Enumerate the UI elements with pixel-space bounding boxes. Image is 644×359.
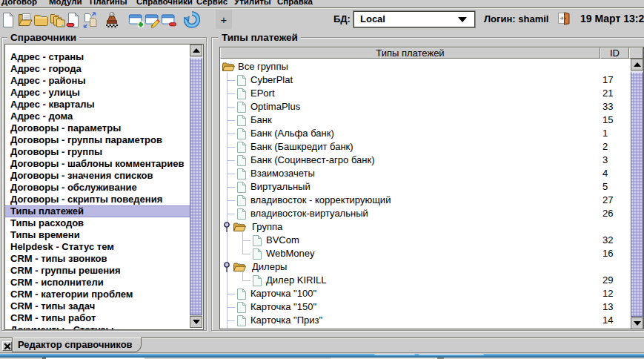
directory-item[interactable]: Адрес - районы bbox=[5, 75, 190, 87]
directory-item[interactable]: Договоры - группы параметров bbox=[5, 134, 190, 146]
new-document-icon[interactable] bbox=[0, 10, 16, 30]
document-icon bbox=[237, 87, 250, 100]
directory-item[interactable]: Адрес - улицы bbox=[5, 87, 190, 99]
refresh-icon[interactable] bbox=[184, 10, 200, 30]
directory-item[interactable]: Адрес - дома bbox=[5, 111, 190, 122]
directory-item[interactable]: CRM - типы звонков bbox=[5, 253, 190, 265]
tree-row-id: 32 bbox=[602, 234, 613, 247]
tree-row[interactable]: Карточка "Приз"14 bbox=[220, 314, 630, 327]
directory-item[interactable]: CRM - исполнители bbox=[5, 277, 190, 289]
tree-row[interactable]: Банк15 bbox=[220, 113, 630, 127]
directory-item[interactable]: Договоры - обслуживание bbox=[5, 182, 190, 194]
db-select[interactable]: Local bbox=[353, 11, 475, 27]
directory-item[interactable]: Helpdesk - Статус тем bbox=[5, 241, 190, 253]
add-tab-button[interactable]: + bbox=[216, 10, 232, 29]
directory-item[interactable]: CRM - типы работ bbox=[5, 312, 190, 324]
directory-item[interactable]: Договоры - параметры bbox=[5, 122, 190, 134]
directory-item[interactable]: Договоры - скрипты поведения bbox=[5, 194, 190, 205]
document-icon bbox=[237, 127, 250, 140]
edit-window-icon[interactable] bbox=[145, 10, 161, 30]
tree-row[interactable]: Банк (Социнвест-агро банк)3 bbox=[220, 154, 630, 167]
folder-icon[interactable] bbox=[33, 10, 49, 30]
close-tab-button[interactable] bbox=[2, 341, 12, 351]
tree-row[interactable] bbox=[220, 327, 630, 329]
tree-row-label: Карточка "150" bbox=[250, 300, 316, 314]
menu-item-3[interactable]: Плагины bbox=[90, 0, 127, 6]
logout-door-icon[interactable] bbox=[557, 11, 571, 26]
directory-item[interactable]: Адрес - кварталы bbox=[5, 99, 190, 111]
tree-expand-handle[interactable] bbox=[223, 327, 230, 329]
tree-row[interactable]: Банк (Альфа банк)1 bbox=[220, 127, 630, 140]
directory-item[interactable]: CRM - группы решения bbox=[5, 265, 190, 277]
directory-item[interactable]: Типы расходов bbox=[5, 217, 190, 229]
document-icon bbox=[237, 314, 250, 327]
tree-row[interactable]: WebMoney16 bbox=[220, 247, 630, 260]
tree-row-id: 21 bbox=[602, 87, 613, 100]
directory-item[interactable]: CRM - категории проблем bbox=[5, 289, 190, 300]
folder-icon bbox=[233, 327, 246, 329]
directory-item[interactable]: CRM - типы задач bbox=[5, 300, 190, 312]
list-scrollbar[interactable] bbox=[190, 45, 202, 328]
left-panel-title: Справочники bbox=[7, 32, 79, 43]
tree-scrollbar[interactable] bbox=[631, 59, 643, 329]
directory-item[interactable]: Адрес - города bbox=[5, 63, 190, 75]
menu-item-4[interactable]: Справочники bbox=[136, 0, 193, 6]
document-icon bbox=[237, 194, 250, 207]
directory-item[interactable]: Адрес - страны bbox=[5, 51, 190, 63]
remove-window-icon[interactable] bbox=[161, 10, 177, 30]
tree-row[interactable]: BVCom32 bbox=[220, 234, 630, 247]
directory-item[interactable]: Договоры - шаблоны комментариев bbox=[5, 158, 190, 170]
tree-row[interactable]: EPort21 bbox=[220, 87, 630, 100]
delete-document-icon[interactable] bbox=[65, 10, 82, 30]
directory-item[interactable]: Документы - Статусы bbox=[5, 324, 190, 330]
add-window-icon[interactable] bbox=[128, 10, 145, 30]
scrollbar-thumb[interactable] bbox=[631, 71, 643, 317]
directory-item[interactable]: Договоры - группы bbox=[5, 146, 190, 158]
tree-row[interactable]: Виртуальный5 bbox=[220, 180, 630, 194]
menu-item-6[interactable]: Утилиты bbox=[234, 0, 271, 6]
tree-expand-handle[interactable] bbox=[223, 220, 230, 232]
menu-item-1[interactable]: Договор bbox=[1, 0, 37, 6]
tree-row-label: Карточка "Приз" bbox=[250, 314, 322, 327]
tree-row[interactable]: владивосток-виртуальный26 bbox=[220, 207, 630, 220]
tree-row[interactable]: OptimaPlus33 bbox=[220, 100, 630, 113]
tree-row[interactable]: Дилеры bbox=[220, 260, 630, 274]
tree-row[interactable]: владивосток - корректирующий27 bbox=[220, 194, 630, 207]
stamp-icon[interactable] bbox=[104, 10, 120, 30]
folder-icon bbox=[222, 60, 235, 73]
scroll-down-button[interactable] bbox=[631, 317, 643, 329]
tree-row[interactable]: Карточка "150"13 bbox=[220, 300, 630, 314]
document-icon bbox=[237, 287, 250, 300]
tree-row-label: Банк bbox=[250, 113, 272, 127]
column-header-filler bbox=[629, 47, 643, 59]
tree-row-label: EPort bbox=[250, 87, 275, 100]
menu-item-2[interactable]: Модули bbox=[49, 0, 82, 6]
scroll-up-button[interactable] bbox=[190, 45, 202, 56]
directory-item[interactable]: Договоры - значения списков bbox=[5, 170, 190, 182]
menu-item-7[interactable]: Справка bbox=[277, 0, 313, 6]
scrollbar-thumb[interactable] bbox=[190, 57, 202, 315]
tree-row[interactable]: Группа bbox=[220, 220, 630, 234]
open-document-icon[interactable] bbox=[16, 10, 33, 30]
directory-item[interactable]: Типы платежей bbox=[5, 205, 190, 217]
scroll-down-button[interactable] bbox=[190, 316, 202, 328]
transfer-documents-icon[interactable] bbox=[82, 10, 98, 30]
menu-item-5[interactable]: Сервис bbox=[196, 0, 228, 6]
tree-expand-handle[interactable] bbox=[223, 260, 230, 272]
tree-row[interactable]: Банк (Башкредит банк)2 bbox=[220, 140, 630, 154]
tree-row[interactable]: Все группы bbox=[220, 60, 630, 73]
folder-icon bbox=[233, 260, 246, 274]
directory-item[interactable]: Типы времени bbox=[5, 229, 190, 241]
tree-row[interactable]: Дилер KIRILL29 bbox=[220, 274, 630, 287]
directory-list-items: Адрес - страныАдрес - городаАдрес - райо… bbox=[5, 45, 190, 329]
column-header-name[interactable]: Типы платежей bbox=[220, 47, 600, 59]
tree-row[interactable]: Взаимозачеты4 bbox=[220, 167, 630, 180]
tree-row[interactable]: CyberPlat17 bbox=[220, 73, 630, 87]
tab-directory-editor[interactable]: Редактор справочников bbox=[12, 337, 142, 352]
documents-stack-icon[interactable] bbox=[49, 10, 65, 30]
document-icon bbox=[237, 154, 250, 167]
tree-row[interactable]: Карточка "100"12 bbox=[220, 287, 630, 300]
scroll-up-button[interactable] bbox=[631, 59, 643, 70]
tree-row-id: 14 bbox=[602, 314, 613, 327]
column-header-id[interactable]: ID bbox=[600, 47, 629, 59]
